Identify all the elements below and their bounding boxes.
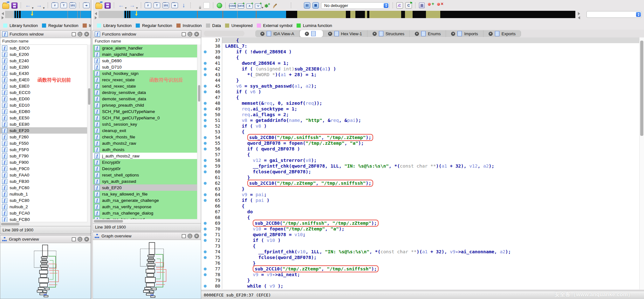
- function-row[interactable]: fmain_sigchld_handler: [93, 51, 201, 57]
- debug-pause-icon[interactable]: [304, 2, 310, 9]
- code-line[interactable]: 56 if ( qword_2BF078 ): [201, 146, 640, 152]
- code-line[interactable]: 45 v6 = sys_auth_passwd(a1, a2);: [201, 83, 640, 89]
- close-button[interactable]: ✕: [194, 234, 199, 238]
- make-name-icon[interactable]: A: [246, 3, 253, 9]
- code-vertical-scrollbar[interactable]: [639, 37, 644, 289]
- code-line[interactable]: 48 memset(&req, 0, sizeof(req));: [201, 100, 640, 106]
- nav-back-icon[interactable]: [118, 2, 125, 9]
- save-icon[interactable]: [105, 3, 111, 9]
- search-address-icon[interactable]: #: [145, 3, 151, 8]
- function-row[interactable]: fEncrypt0r: [93, 159, 201, 165]
- function-row[interactable]: fsub_F9C0: [0, 165, 91, 172]
- tab-close-icon[interactable]: ✕: [489, 32, 493, 36]
- tab-close-icon[interactable]: ✕: [415, 32, 419, 36]
- function-list-before[interactable]: fsub_E0C0fsub_E200fsub_E240fsub_E280fsub…: [0, 45, 91, 222]
- function-row[interactable]: fsub_EF20: [0, 127, 91, 134]
- code-line[interactable]: 42 if ( (unsigned int)sub_2E3E0(a1) ): [201, 66, 640, 72]
- graph-overview-minimap[interactable]: [0, 243, 91, 299]
- tab-Structures[interactable]: ✕Structures: [367, 30, 410, 37]
- function-row[interactable]: fssh1_session_key: [93, 121, 201, 127]
- close-button[interactable]: ✕: [84, 32, 89, 37]
- function-row[interactable]: fdemote_sensitive_data: [93, 96, 201, 102]
- code-line[interactable]: 38LABEL_7:: [201, 43, 640, 49]
- horizontal-scrollbar[interactable]: [0, 222, 91, 226]
- function-row[interactable]: fsub_ED00: [0, 96, 91, 102]
- function-row[interactable]: fsub_E200: [0, 51, 91, 57]
- close-button[interactable]: ✕: [194, 32, 199, 37]
- function-row[interactable]: fsys_auth_passwd: [93, 178, 201, 184]
- column-header-function-name[interactable]: Function name: [93, 38, 201, 45]
- combobox-spinner-icon[interactable]: [384, 3, 388, 8]
- code-line[interactable]: 72 if ( v10 ): [201, 237, 640, 243]
- code-line[interactable]: 58 v12 = gai_strerror(v8);: [201, 157, 640, 163]
- debug-run-icon[interactable]: [295, 2, 302, 9]
- function-row[interactable]: fauth_rsa_generate_challenge: [93, 197, 201, 203]
- function-row[interactable]: frecv_rexec_state: [93, 76, 201, 83]
- functions-window-titlebar[interactable]: f Functions window ❏ ✕: [93, 30, 201, 38]
- function-row[interactable]: fsub_F5F0: [0, 146, 91, 153]
- tab-Imports[interactable]: ✕Imports: [446, 30, 483, 37]
- function-row[interactable]: fprivsep_preauth_child: [93, 102, 201, 108]
- breakpoint-add-icon[interactable]: [427, 2, 434, 9]
- edit-icon[interactable]: [271, 2, 278, 9]
- tab-Hex View-1[interactable]: ✕Hex View-1: [323, 30, 367, 37]
- function-row[interactable]: fsub_D690: [93, 57, 201, 64]
- float-button[interactable]: ❏: [78, 32, 82, 37]
- function-row[interactable]: fsub_FCB0: [0, 216, 91, 222]
- code-line[interactable]: 69 sub_2CCB0("/tmp/.sniffssh", "/tmp/.zZ…: [201, 220, 640, 226]
- code-line[interactable]: 37 {: [201, 37, 640, 43]
- code-line[interactable]: 54 sub_2CCB0("/tmp/.sniffssh", "/tmp/.zZ…: [201, 135, 640, 140]
- function-row[interactable]: fauth_rhosts: [93, 146, 201, 153]
- function-row[interactable]: fcleanup_exit: [93, 127, 201, 134]
- function-row[interactable]: fsub_FC60: [0, 184, 91, 191]
- code-line[interactable]: 59 __fprintf_chk(qword_2BF078, 1LL, "IN:…: [201, 163, 640, 169]
- pseudocode-area[interactable]: 37 {38LABEL_7:39 if ( !dword_2B69E4 )40 …: [201, 37, 640, 289]
- nav-forward-icon[interactable]: [36, 2, 43, 9]
- run-cursor-flag-icon[interactable]: [405, 2, 412, 9]
- code-line[interactable]: 52 if ( v8 ): [201, 123, 640, 129]
- function-row[interactable]: fauth_rsa_challenge_dialog: [93, 210, 201, 216]
- search-next-icon[interactable]: ➜: [83, 3, 90, 8]
- function-row[interactable]: fj_auth_rhosts2_raw: [93, 153, 201, 159]
- function-row[interactable]: fsub_D710: [93, 64, 201, 70]
- function-row[interactable]: fgrace_alarm_handler: [93, 45, 201, 51]
- undefine-icon[interactable]: [281, 2, 288, 9]
- navband-scroll-arrows[interactable]: [94, 12, 97, 19]
- function-row[interactable]: frsa_key_allowed_in_file: [93, 191, 201, 197]
- code-line[interactable]: 43 *(_DWORD *)(a1 + 28) = 1;: [201, 72, 640, 77]
- analysis-indicator-icon[interactable]: [217, 3, 222, 8]
- tab-Enums[interactable]: ✕Enums: [410, 30, 446, 37]
- search-text-icon[interactable]: T: [60, 3, 67, 8]
- tab-close-icon[interactable]: ✕: [260, 32, 264, 36]
- code-line[interactable]: 39 if ( !dword_2B69E4 ): [201, 49, 640, 55]
- function-row[interactable]: fsub_FAA0: [0, 172, 91, 178]
- code-line[interactable]: 40 {: [201, 55, 640, 60]
- maximize-button[interactable]: [72, 32, 76, 36]
- float-button[interactable]: ❏: [78, 237, 82, 242]
- float-button[interactable]: ❏: [188, 234, 192, 238]
- code-line[interactable]: 55 qword_2BF078 = fopen("/tmp/.zZtemp", …: [201, 140, 640, 146]
- function-row[interactable]: fcheck_rhosts_file: [93, 134, 201, 140]
- breakpoint-list-icon[interactable]: [419, 3, 425, 8]
- function-row[interactable]: fSCH_FM_getCUTypeName_0: [93, 115, 201, 121]
- functions-window-titlebar[interactable]: f Functions window ❏ ✕: [0, 30, 91, 38]
- nav-forward-icon[interactable]: [129, 2, 136, 9]
- graph-overview-titlebar[interactable]: Graph overview ❏ ✕: [93, 232, 201, 240]
- function-row[interactable]: fnullsub_2: [0, 203, 91, 210]
- breakpoint-delete-icon[interactable]: [436, 2, 443, 9]
- vertical-scrollbar[interactable]: [197, 44, 201, 219]
- function-row[interactable]: fsub_E0C0: [0, 45, 91, 51]
- code-line[interactable]: 65 if ( pai ): [201, 197, 640, 203]
- tab-close-icon[interactable]: ✕: [451, 32, 455, 36]
- search-next-icon[interactable]: ➜: [171, 3, 178, 8]
- graph-overview-minimap[interactable]: [93, 240, 201, 299]
- tab-close-icon[interactable]: ✕: [305, 32, 309, 36]
- navband-scroll-arrows[interactable]: [1, 12, 4, 19]
- function-row[interactable]: fsub_FCA0: [0, 210, 91, 216]
- maximize-button[interactable]: [182, 32, 186, 36]
- code-line[interactable]: 47 {: [201, 95, 640, 100]
- code-line[interactable]: 75 fclose(qword_2BF078);: [201, 255, 640, 260]
- function-row[interactable]: fsshd_hostkey_sign: [93, 70, 201, 76]
- vertical-scrollbar[interactable]: [87, 44, 91, 222]
- function-row[interactable]: fsub_F790: [0, 153, 91, 159]
